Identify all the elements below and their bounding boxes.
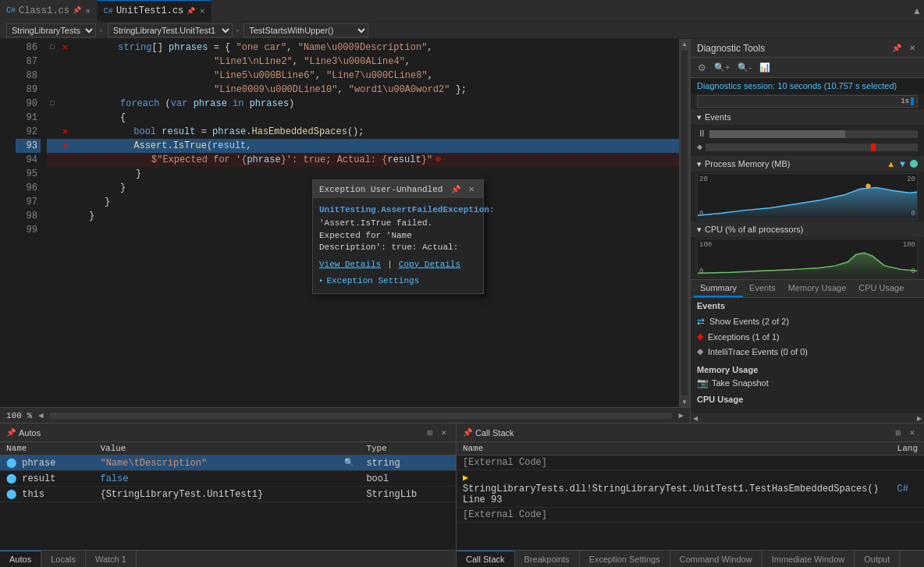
copy-details-link[interactable]: Copy Details [399, 259, 460, 271]
tab-watch1[interactable]: Watch 1 [86, 551, 137, 567]
timeline-area: 1s [697, 95, 918, 108]
value-search-icon[interactable]: 🔍 [344, 458, 354, 467]
event-show-events[interactable]: ⇄ Show Events (2 of 2) [697, 314, 918, 329]
memory-icon-blue: ▼ [898, 159, 907, 168]
diag-zoom-out-btn[interactable]: 🔍- [735, 61, 754, 74]
bottom-area: 📌 Autos ⊞ ✕ Name Value Type [0, 423, 924, 567]
exception-pin-btn[interactable]: 📌 [449, 183, 463, 195]
diag-tab-summary[interactable]: Summary [694, 280, 743, 297]
memory-icon-orange: ▲ [887, 159, 895, 168]
zoom-increase[interactable]: ▶ [678, 410, 684, 420]
callstack-panel: 📌 Call Stack ⊞ ✕ Name Lang [457, 423, 924, 567]
tab-output[interactable]: Output [855, 551, 900, 567]
editor-scrollbar[interactable]: ▲ ▼ [679, 39, 690, 407]
cs-lang-2: C# [891, 470, 924, 508]
tab-immediate-window[interactable]: Immediate Window [762, 551, 855, 567]
diag-zoom-in-btn[interactable]: 🔍+ [712, 61, 732, 74]
callstack-pin[interactable]: 📌 [463, 428, 472, 438]
diagnostic-tools-panel: Diagnostic Tools 📌 ✕ ⚙ 🔍+ 🔍- 📊 Diagnosti… [690, 39, 924, 423]
zoom-decrease[interactable]: ◀ [38, 410, 44, 420]
tab-command-window[interactable]: Command Window [670, 551, 762, 567]
red-diamond-icon: ◆ [697, 331, 703, 342]
code-line-93: ✕ Assert.IsTrue(result, [47, 139, 679, 153]
diag-close-btn[interactable]: ✕ [907, 42, 918, 54]
code-content[interactable]: □ ✕ string[] phrases = { "one car", "Nam… [47, 39, 679, 407]
exception-close-btn[interactable]: ✕ [466, 183, 477, 195]
scroll-up-btn[interactable]: ▲ [680, 39, 689, 49]
exception-popup: Exception User-Unhandled 📌 ✕ UnitTesting… [312, 179, 484, 294]
black-diamond-icon: ◆ [697, 346, 703, 356]
event-intellitrace[interactable]: ◆ IntelliTrace Events (0 of 0) [697, 344, 918, 359]
cpu-title: CPU (% of all processors) [705, 225, 804, 234]
diag-pin-btn[interactable]: 📌 [890, 42, 904, 54]
tab-exception-settings[interactable]: Exception Settings [580, 551, 670, 567]
table-row[interactable]: ⬤ result false bool [0, 471, 456, 487]
memory-section-header[interactable]: ▾ Process Memory (MB) ▲ ▼ [691, 156, 924, 172]
cs-col-lang: Lang [891, 442, 924, 455]
autos-panel: 📌 Autos ⊞ ✕ Name Value Type [0, 423, 457, 567]
tab-close-unittest1[interactable]: ✕ [200, 6, 204, 16]
tab-close-class1[interactable]: ✕ [86, 6, 91, 16]
exception-links: View Details | Copy Details [319, 259, 477, 271]
row-icon-phrase: ⬤ [6, 458, 16, 469]
diag-gear-btn[interactable]: ⚙ [695, 61, 709, 75]
table-row[interactable]: ⬤ this {StringLibraryTest.UnitTest1} Str… [0, 487, 456, 502]
autos-value-this: {StringLibraryTest.UnitTest1} [94, 487, 360, 502]
exception-message: 'Assert.IsTrue failed. Expected for 'Nam… [319, 218, 477, 253]
memory-usage-heading: Memory Usage [697, 365, 918, 374]
tab-callstack[interactable]: Call Stack [457, 551, 515, 567]
autos-pin[interactable]: 📌 [6, 428, 16, 438]
tab-class1[interactable]: C# Class1.cs 📌 ✕ [0, 0, 98, 22]
member-dropdown[interactable]: StringLibraryTest.UnitTest1 [108, 23, 233, 37]
editor-nav: StringLibraryTests ▸ StringLibraryTest.U… [0, 22, 924, 39]
autos-float-btn[interactable]: ⊞ [425, 427, 435, 438]
callstack-close-btn[interactable]: ✕ [907, 427, 918, 438]
autos-value-result: false [94, 471, 360, 487]
autos-close-btn[interactable]: ✕ [439, 427, 450, 438]
autos-name-result: ⬤ result [0, 471, 94, 487]
diag-scroll-left[interactable]: ◀ [691, 413, 700, 423]
diag-tab-cpu[interactable]: CPU Usage [852, 280, 910, 297]
autos-type-result: bool [360, 471, 456, 487]
exception-header: Exception User-Unhandled 📌 ✕ [313, 180, 483, 198]
diag-tab-events[interactable]: Events [743, 280, 782, 297]
exception-settings-toggle[interactable]: ▸ Exception Settings [319, 275, 477, 287]
view-details-link[interactable]: View Details [319, 259, 381, 271]
col-value: Value [94, 442, 360, 455]
events-chart: ⏸ ◆ [691, 125, 924, 156]
editor-scroll-up[interactable]: ▲ [910, 4, 924, 18]
current-frame-arrow: ▶ [463, 473, 468, 484]
method-dropdown[interactable]: TestStartsWithUpper() [243, 23, 368, 37]
tab-locals[interactable]: Locals [41, 551, 86, 567]
event-exceptions[interactable]: ◆ Exceptions (1 of 1) [697, 329, 918, 344]
events-section-header[interactable]: ▾ Events [691, 109, 924, 125]
take-snapshot-btn[interactable]: 📷 Take Snapshot [697, 377, 918, 388]
diagnostic-header: Diagnostic Tools 📌 ✕ [691, 39, 924, 58]
h-scrollbar[interactable] [50, 413, 673, 419]
callstack-table: Name Lang [External Code] ▶ StringLi [457, 442, 924, 523]
table-row[interactable]: [External Code] [457, 508, 924, 523]
code-line-90: □ foreach (var phrase in phrases) [47, 97, 679, 111]
callstack-header: 📌 Call Stack ⊞ ✕ [457, 423, 924, 442]
callstack-float-btn[interactable]: ⊞ [893, 427, 904, 438]
settings-chevron: ▸ [319, 276, 323, 286]
events-title: Events [705, 112, 731, 122]
scroll-down-btn[interactable]: ▼ [680, 397, 689, 407]
tab-autos[interactable]: Autos [0, 551, 41, 567]
table-row[interactable]: ▶ StringLibraryTests.dll!StringLibraryTe… [457, 470, 924, 508]
autos-type-phrase: string [360, 455, 456, 471]
cpu-section-header[interactable]: ▾ CPU (% of all processors) [691, 221, 924, 237]
code-line-89: "Line0009\u000DLine10", "word1\u00A0word… [47, 83, 679, 97]
tab-unittest1[interactable]: C# UnitTest1.cs 📌 ✕ [98, 0, 211, 22]
autos-type-this: StringLib [360, 487, 456, 502]
cs-lang-1 [891, 455, 924, 470]
class-dropdown[interactable]: StringLibraryTests [6, 23, 96, 37]
diagnostic-controls: 📌 ✕ [890, 42, 918, 54]
tab-breakpoints[interactable]: Breakpoints [515, 551, 580, 567]
diag-scroll-right[interactable]: ▶ [915, 413, 924, 423]
tab-label-unittest1: UnitTest1.cs [116, 5, 183, 16]
diag-chart-btn[interactable]: 📊 [757, 61, 773, 74]
diag-tab-memory[interactable]: Memory Usage [782, 280, 853, 297]
table-row[interactable]: [External Code] [457, 455, 924, 470]
table-row[interactable]: ⬤ phrase "Name\tDescription" 🔍 string [0, 455, 456, 471]
